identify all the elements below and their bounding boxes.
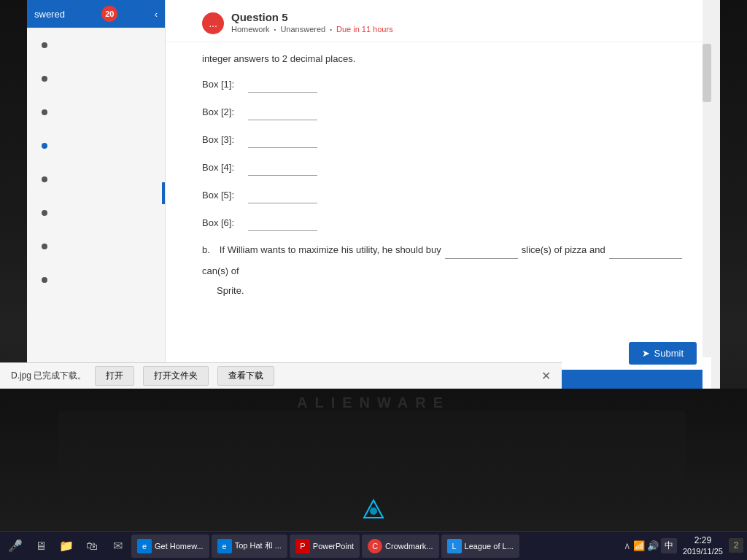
pizza-input[interactable] <box>445 241 518 259</box>
powerpoint-label: PowerPoint <box>313 542 354 551</box>
sidebar-nav <box>27 35 165 290</box>
box-row-6: Box [6]: <box>202 214 697 231</box>
keyboard-area <box>58 411 686 498</box>
sprite-text: Sprite. <box>202 279 697 296</box>
gethomework-label: Get Homew... <box>155 542 204 551</box>
submit-label: Submit <box>654 348 684 359</box>
date-display: 2019/11/25 <box>683 546 723 556</box>
active-indicator <box>162 182 165 204</box>
download-bar: D.jpg 已完成下载。 打开 打开文件夹 查看下载 ✕ <box>0 362 562 389</box>
box-input-5[interactable] <box>248 186 317 203</box>
crowdmark-icon: C <box>368 539 382 553</box>
submit-button[interactable]: ➤ Submit <box>629 342 697 365</box>
ime-indicator[interactable]: 中 <box>661 538 677 553</box>
box-input-4[interactable] <box>248 158 317 176</box>
part-b-text2: slice(s) of pizza and <box>522 241 605 258</box>
box-label-5: Box [5]: <box>202 190 242 201</box>
alienware-label: ALIENWARE <box>297 394 450 411</box>
tag-dot-1: • <box>274 26 276 33</box>
box-label-6: Box [6]: <box>202 217 242 228</box>
sidebar-back-arrow[interactable]: ‹ <box>155 9 158 20</box>
powerpoint-icon: P <box>295 539 310 553</box>
taskbar-time[interactable]: 2:29 2019/11/25 <box>683 535 723 557</box>
question-icon: ... <box>202 12 224 34</box>
taskbar: 🎤 🖥 📁 🛍 ✉ e Get Homew... e Top Hat 和 ...… <box>0 531 747 560</box>
taskbar-mail-icon[interactable]: ✉ <box>106 534 129 558</box>
box-row-3: Box [3]: <box>202 131 697 148</box>
question-tags: Homework • Unanswered • Due in 11 hours <box>231 25 393 34</box>
tag-dot-2: • <box>330 26 332 33</box>
view-downloads-button[interactable]: 查看下载 <box>217 366 274 386</box>
taskbar-app-crowdmark[interactable]: C Crowdmark... <box>362 534 438 558</box>
box-label-2: Box [2]: <box>202 106 242 117</box>
box-label-3: Box [3]: <box>202 134 242 145</box>
taskbar-app-powerpoint[interactable]: P PowerPoint <box>290 534 360 558</box>
nav-item-4[interactable] <box>42 143 150 149</box>
sidebar-header: swered 20 ‹ <box>27 0 165 28</box>
league-label: League of L... <box>465 542 514 551</box>
tophat-label: Top Hat 和 ... <box>235 540 282 551</box>
nav-item-1[interactable] <box>42 42 150 48</box>
nav-item-6[interactable] <box>42 210 150 216</box>
box-row-5: Box [5]: <box>202 186 697 203</box>
crowdmark-label: Crowdmark... <box>385 542 433 551</box>
box-label-1: Box [1]: <box>202 79 242 90</box>
question-header: ... Question 5 Homework • Unanswered • D… <box>166 0 711 42</box>
box-input-6[interactable] <box>248 214 317 231</box>
taskbar-monitor-icon[interactable]: 🖥 <box>29 534 53 558</box>
tophat-icon: e <box>217 539 232 553</box>
box-input-1[interactable] <box>248 75 317 93</box>
scrollbar[interactable] <box>703 0 711 357</box>
league-icon: L <box>447 539 462 553</box>
send-icon: ➤ <box>642 348 650 359</box>
taskbar-app-league[interactable]: L League of L... <box>441 534 519 558</box>
time-display: 2:29 <box>683 535 723 547</box>
sprite-input[interactable] <box>609 241 682 259</box>
tag-homework: Homework <box>231 25 270 34</box>
open-folder-button[interactable]: 打开文件夹 <box>143 366 209 386</box>
nav-item-2[interactable] <box>42 76 150 82</box>
download-close-button[interactable]: ✕ <box>541 369 551 383</box>
taskbar-mic-icon[interactable]: 🎤 <box>4 534 27 558</box>
question-meta: Question 5 Homework • Unanswered • Due i… <box>231 11 393 34</box>
alien-logo <box>363 499 384 524</box>
taskbar-right: ∧ 📶 🔊 中 2:29 2019/11/25 2 <box>624 535 743 557</box>
part-b-label: b. <box>202 241 210 258</box>
wifi-icon: 📶 <box>633 540 645 551</box>
taskbar-app-tophat[interactable]: e Top Hat 和 ... <box>212 534 287 558</box>
instruction-text: integer answers to 2 decimal places. <box>202 53 697 64</box>
part-b-text3: can(s) of <box>202 262 239 279</box>
part-b-text1: If William wants to maximize his utility… <box>220 241 441 258</box>
taskbar-folder-icon[interactable]: 📁 <box>55 534 78 558</box>
question-body: integer answers to 2 decimal places. Box… <box>166 42 711 307</box>
nav-item-7[interactable] <box>42 244 150 249</box>
tag-due: Due in 11 hours <box>336 25 393 34</box>
nav-item-3[interactable] <box>42 109 150 115</box>
scrollbar-thumb[interactable] <box>703 44 711 102</box>
nav-item-8[interactable] <box>42 277 150 283</box>
sidebar-badge: 20 <box>101 6 117 22</box>
nav-item-5[interactable] <box>42 176 150 182</box>
box-label-4: Box [4]: <box>202 162 242 173</box>
gethomework-icon: e <box>137 539 152 553</box>
question-title: Question 5 <box>231 11 393 23</box>
box-row-2: Box [2]: <box>202 103 697 120</box>
taskbar-store-icon[interactable]: 🛍 <box>80 534 104 558</box>
box-row-1: Box [1]: <box>202 75 697 93</box>
notification-icon[interactable]: 2 <box>729 538 743 553</box>
taskbar-app-gethomework[interactable]: e Get Homew... <box>131 534 209 558</box>
box-input-2[interactable] <box>248 103 317 120</box>
box-input-3[interactable] <box>248 131 317 148</box>
tag-unanswered: Unanswered <box>280 25 325 34</box>
svg-point-1 <box>370 508 377 515</box>
arrow-up-icon: ∧ <box>624 540 631 551</box>
download-filename: D.jpg 已完成下载。 <box>11 370 86 382</box>
part-b-row: b. If William wants to maximize his util… <box>202 241 697 279</box>
sidebar-answered-label: swered <box>34 9 65 20</box>
volume-icon: 🔊 <box>647 540 659 551</box>
system-icons: ∧ 📶 🔊 中 <box>624 538 677 553</box>
box-row-4: Box [4]: <box>202 158 697 176</box>
open-button[interactable]: 打开 <box>95 366 134 386</box>
